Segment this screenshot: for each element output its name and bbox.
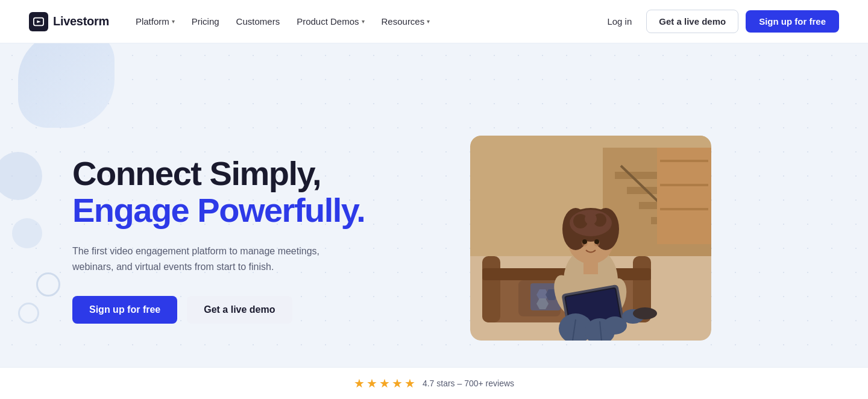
nav-item-customers[interactable]: Customers [229,11,288,31]
svg-rect-13 [660,184,708,186]
hero-content: Connect Simply, Engage Powerfully. The f… [72,155,434,324]
decorative-circle-2 [18,303,39,324]
chevron-down-icon: ▾ [427,18,430,25]
nav-item-product-demos[interactable]: Product Demos ▾ [289,11,371,31]
decorative-circle-1 [36,272,60,297]
svg-point-36 [582,239,587,244]
chevron-down-icon: ▾ [362,18,365,25]
login-button[interactable]: Log in [600,11,639,31]
nav-item-platform[interactable]: Platform ▾ [128,11,182,31]
decorative-blob-mid [0,152,42,200]
decorative-blob-top [18,43,115,128]
star-5: ★ [404,376,415,391]
hero-title-line2: Engage Powerfully. [72,192,434,229]
hero-title-line1: Connect Simply, [72,155,434,192]
star-3: ★ [379,376,390,391]
logo-icon [29,12,48,31]
svg-rect-38 [583,262,598,274]
nav-links: Platform ▾ Pricing Customers Product Dem… [128,11,600,31]
star-2: ★ [366,376,377,391]
star-1: ★ [354,376,365,391]
decorative-blob-small [12,218,42,248]
nav-actions: Log in Get a live demo Sign up for free [600,10,839,33]
hero-subtitle: The first video engagement platform to m… [72,243,326,274]
nav-item-resources[interactable]: Resources ▾ [374,11,438,31]
rating-bar: ★ ★ ★ ★ ★ 4.7 stars – 700+ reviews [0,367,868,399]
logo-text: Livestorm [53,14,109,28]
navbar: Livestorm Platform ▾ Pricing Customers P… [0,0,868,43]
svg-point-33 [585,213,597,225]
rating-text: 4.7 stars – 700+ reviews [423,379,514,388]
logo-link[interactable]: Livestorm [29,12,109,31]
hero-signup-button[interactable]: Sign up for free [72,296,177,324]
chevron-down-icon: ▾ [172,18,175,25]
hero-cta-group: Sign up for free Get a live demo [72,296,434,324]
nav-demo-button[interactable]: Get a live demo [646,10,738,33]
svg-point-37 [594,239,599,244]
hero-demo-button[interactable]: Get a live demo [187,296,292,324]
nav-signup-button[interactable]: Sign up for free [746,10,839,33]
hero-image [470,136,711,343]
nav-item-pricing[interactable]: Pricing [184,11,227,31]
svg-rect-16 [482,256,500,322]
svg-rect-12 [660,160,708,162]
hero-section: Connect Simply, Engage Powerfully. The f… [0,43,868,399]
hero-illustration [470,136,711,341]
star-4: ★ [392,376,403,391]
star-rating: ★ ★ ★ ★ ★ [354,376,415,391]
svg-rect-14 [660,208,708,210]
svg-point-50 [633,307,657,319]
